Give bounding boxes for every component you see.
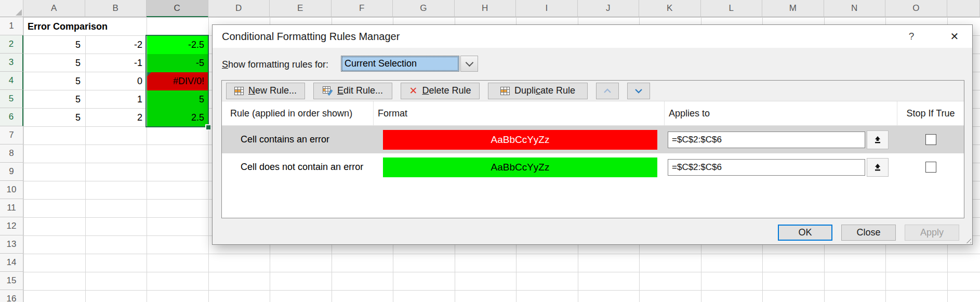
table-grid-icon: [234, 87, 244, 95]
header-rule: Rule (applied in order shown): [222, 101, 374, 125]
row-header-2[interactable]: 2: [0, 35, 23, 54]
header-applies-to: Applies to: [665, 101, 897, 125]
applies-to-input[interactable]: [668, 132, 865, 148]
collapse-range-icon: [873, 163, 882, 172]
rule-row-no-error[interactable]: Cell does not contain an error AaBbCcYyZ…: [222, 153, 964, 181]
row-header-15[interactable]: 15: [0, 272, 23, 290]
fill-handle[interactable]: [206, 125, 210, 129]
column-header-m[interactable]: M: [762, 0, 824, 17]
cell-a5[interactable]: 5: [24, 90, 85, 108]
row-headers: 1 2 3 4 5 6 7 8 9 10 11 12 13 14 15 16: [0, 17, 23, 302]
column-header-h[interactable]: H: [455, 0, 517, 17]
stop-if-true-checkbox[interactable]: [925, 162, 936, 173]
table-grid-icon: [500, 87, 510, 95]
column-header-c[interactable]: C: [147, 0, 208, 17]
rule-format-cell: AaBbCcYyZz: [374, 130, 665, 150]
row-header-10[interactable]: 10: [0, 181, 23, 199]
rule-name: Cell does not contain an error: [222, 162, 374, 173]
cell-b4[interactable]: 0: [85, 72, 147, 90]
delete-rule-button[interactable]: ✕ Delete Rule: [401, 83, 480, 99]
row-header-8[interactable]: 8: [0, 145, 23, 163]
row-header-6[interactable]: 6: [0, 108, 23, 126]
edit-rule-button[interactable]: Edit Rule...: [313, 83, 392, 99]
cell-a3[interactable]: 5: [24, 54, 85, 72]
header-format: Format: [374, 101, 665, 125]
dialog-titlebar: Conditional Formatting Rules Manager ? ✕: [213, 25, 972, 48]
cell-a6[interactable]: 5: [24, 109, 85, 126]
chevron-down-icon: [465, 59, 473, 67]
cell-b5[interactable]: 1: [85, 90, 147, 108]
row-header-14[interactable]: 14: [0, 254, 23, 272]
rule-applies-cell: [665, 130, 897, 149]
scope-dropdown-value[interactable]: Current Selection: [341, 56, 459, 72]
rules-list-box: New Rule... Edit Rule... ✕ Delete Rule D…: [221, 80, 964, 218]
header-stop-if-true: Stop If True: [897, 101, 964, 125]
show-rules-label: Show formatting rules for:: [222, 59, 328, 70]
rules-table-header: Rule (applied in order shown) Format App…: [222, 101, 964, 126]
cell-a2[interactable]: 5: [24, 36, 85, 54]
move-rule-down-button[interactable]: [627, 83, 650, 99]
row-header-16[interactable]: 16: [0, 290, 23, 302]
row-header-12[interactable]: 12: [0, 217, 23, 235]
apply-button[interactable]: Apply: [905, 225, 959, 241]
range-picker-button[interactable]: [867, 158, 889, 177]
move-rule-up-button[interactable]: [596, 83, 619, 99]
rule-row-error[interactable]: Cell contains an error AaBbCcYyZz: [222, 126, 964, 153]
new-rule-label: New Rule...: [248, 85, 297, 96]
range-picker-button[interactable]: [867, 130, 889, 149]
cell-a1[interactable]: Error Comparison: [24, 18, 147, 35]
column-headers: A B C D E F G H I J K L M N O: [23, 0, 980, 17]
new-rule-button[interactable]: New Rule...: [226, 83, 305, 99]
applies-to-input[interactable]: [668, 159, 865, 176]
cell-a4[interactable]: 5: [24, 72, 85, 90]
row-header-5[interactable]: 5: [0, 90, 23, 108]
ok-button[interactable]: OK: [778, 225, 832, 241]
row-header-11[interactable]: 11: [0, 199, 23, 217]
row-header-3[interactable]: 3: [0, 54, 23, 72]
edit-rule-label: Edit Rule...: [337, 85, 383, 96]
column-header-b[interactable]: B: [85, 0, 147, 17]
row-header-13[interactable]: 13: [0, 235, 23, 254]
chevron-up-icon: [603, 88, 612, 94]
column-header-partial[interactable]: [947, 0, 980, 17]
help-button[interactable]: ?: [903, 25, 920, 48]
excel-screen: A B C D E F G H I J K L M N O 1 2 3 4 5 …: [0, 0, 980, 302]
collapse-range-icon: [873, 136, 882, 144]
format-preview: AaBbCcYyZz: [383, 130, 657, 150]
row-header-7[interactable]: 7: [0, 126, 23, 145]
duplicate-rule-button[interactable]: Duplicate Rule: [488, 83, 588, 99]
row-header-9[interactable]: 9: [0, 163, 23, 181]
scope-dropdown: Current Selection: [341, 56, 478, 72]
row-header-1[interactable]: 1: [0, 17, 23, 35]
select-all-corner[interactable]: [0, 0, 23, 17]
delete-rule-label: Delete Rule: [422, 85, 471, 96]
cell-b6[interactable]: 2: [85, 109, 147, 126]
edit-pencil-icon: [323, 86, 333, 96]
close-button[interactable]: Close: [841, 225, 896, 241]
rule-format-cell: AaBbCcYyZz: [374, 157, 665, 177]
column-header-f[interactable]: F: [332, 0, 393, 17]
close-icon[interactable]: ✕: [945, 25, 964, 48]
stop-if-true-checkbox[interactable]: [925, 134, 936, 145]
column-header-n[interactable]: N: [824, 0, 886, 17]
column-header-o[interactable]: O: [885, 0, 947, 17]
column-header-g[interactable]: G: [393, 0, 455, 17]
rules-toolbar: New Rule... Edit Rule... ✕ Delete Rule D…: [222, 81, 964, 101]
cell-b3[interactable]: -1: [85, 54, 147, 72]
column-header-d[interactable]: D: [208, 0, 270, 17]
row-header-4[interactable]: 4: [0, 72, 23, 90]
resize-grip[interactable]: [964, 236, 971, 243]
column-header-i[interactable]: I: [516, 0, 578, 17]
cf-rules-manager-dialog: Conditional Formatting Rules Manager ? ✕…: [212, 24, 973, 245]
scope-dropdown-button[interactable]: [460, 56, 478, 72]
column-header-j[interactable]: J: [578, 0, 640, 17]
column-header-a[interactable]: A: [23, 0, 85, 17]
selection-border: [145, 35, 209, 127]
dialog-title: Conditional Formatting Rules Manager: [222, 25, 400, 48]
format-preview: AaBbCcYyZz: [383, 157, 657, 177]
rule-name: Cell contains an error: [222, 134, 374, 145]
cell-b2[interactable]: -2: [85, 36, 147, 54]
column-header-l[interactable]: L: [701, 0, 763, 17]
column-header-k[interactable]: K: [639, 0, 701, 17]
column-header-e[interactable]: E: [270, 0, 332, 17]
